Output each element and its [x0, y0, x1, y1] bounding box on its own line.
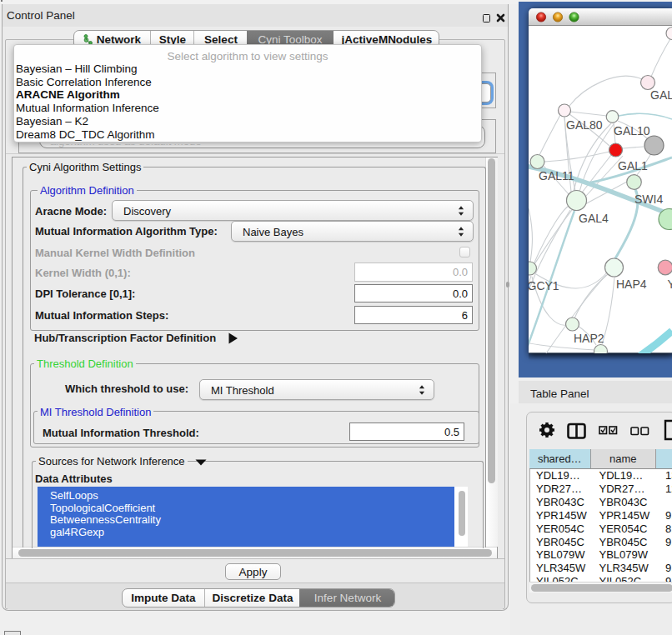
- svg-text:GAL11: GAL11: [539, 169, 574, 182]
- svg-text:GAL1: GAL1: [618, 159, 648, 172]
- svg-text:GCY1: GCY1: [529, 279, 559, 292]
- svg-text:GAL7: GAL7: [650, 88, 672, 102]
- svg-text:HAP4: HAP4: [616, 278, 647, 291]
- svg-text:GAL4: GAL4: [579, 212, 609, 225]
- svg-text:SWI4: SWI4: [634, 192, 663, 206]
- svg-text:GAL10: GAL10: [614, 124, 650, 138]
- svg-text:HAP2: HAP2: [574, 332, 604, 345]
- svg-text:GAL80: GAL80: [566, 118, 603, 132]
- svg-text:Y: Y: [668, 278, 672, 291]
